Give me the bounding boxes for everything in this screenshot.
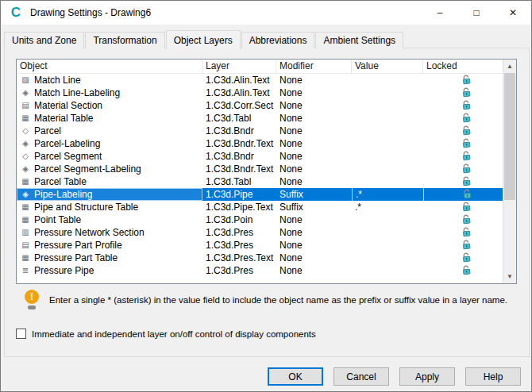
lock-icon[interactable] [461, 252, 472, 263]
object-cell[interactable]: ▦Material Table [17, 112, 202, 125]
column-header-value[interactable]: Value [352, 60, 423, 73]
apply-button[interactable]: Apply [399, 367, 455, 386]
locked-cell[interactable] [423, 74, 503, 86]
modifier-cell[interactable]: None [276, 175, 352, 188]
table-row[interactable]: ▤Material Section1.C3d.Corr.SectNone [17, 99, 503, 112]
locked-cell[interactable] [423, 239, 503, 252]
modifier-cell[interactable]: None [276, 239, 352, 252]
layer-cell[interactable]: 1.C3d.Alin.Text [202, 74, 276, 86]
modifier-cell[interactable]: None [276, 137, 352, 150]
scroll-down-icon[interactable]: ▼ [503, 270, 516, 283]
lock-icon[interactable] [461, 150, 472, 161]
layer-cell[interactable]: 1.C3d.Pipe [202, 188, 276, 201]
value-cell[interactable] [352, 112, 423, 125]
layer-cell[interactable]: 1.C3d.Alin.Text [202, 86, 276, 99]
object-cell[interactable]: ◇Parcel Segment [17, 150, 202, 163]
lock-icon[interactable] [461, 112, 472, 123]
object-cell[interactable]: ≣Pressure Pipe [17, 264, 202, 277]
column-header-locked[interactable]: Locked [423, 60, 503, 73]
lock-icon[interactable] [461, 239, 472, 250]
lock-icon[interactable] [461, 188, 472, 199]
object-cell[interactable]: ▤Material Section [17, 99, 202, 112]
layer-cell[interactable]: 1.C3d.Tabl [202, 175, 276, 188]
lock-icon[interactable] [461, 99, 472, 110]
table-row[interactable]: ◇Parcel1.C3d.BndrNone [17, 125, 503, 137]
lock-icon[interactable] [461, 125, 472, 136]
value-cell[interactable] [352, 125, 423, 137]
table-row[interactable]: ◇Parcel Segment1.C3d.BndrNone [17, 150, 503, 163]
close-button[interactable]: ✕ [495, 1, 531, 25]
layer-cell[interactable]: 1.C3d.Pres [202, 264, 276, 277]
locked-cell[interactable] [423, 201, 503, 213]
locked-cell[interactable] [423, 226, 503, 239]
layer-cell[interactable]: 1.C3d.Corr.Sect [202, 99, 276, 112]
locked-cell[interactable] [423, 150, 503, 163]
layer-cell[interactable]: 1.C3d.Bndr [202, 150, 276, 163]
tab-transformation[interactable]: Transformation [85, 32, 164, 48]
independent-layer-checkbox[interactable] [16, 329, 26, 339]
object-cell[interactable]: ▨Match Line [17, 74, 202, 86]
value-cell[interactable] [352, 264, 423, 277]
layer-cell[interactable]: 1.C3d.Pres.Text [202, 252, 276, 264]
value-cell[interactable] [352, 239, 423, 252]
value-cell[interactable] [352, 74, 423, 86]
layer-cell[interactable]: 1.C3d.Pres [202, 226, 276, 239]
modifier-cell[interactable]: Suffix [276, 201, 352, 213]
modifier-cell[interactable]: None [276, 74, 352, 86]
layer-cell[interactable]: 1.C3d.Bndr.Text [202, 137, 276, 150]
modifier-cell[interactable]: None [276, 125, 352, 137]
cancel-button[interactable]: Cancel [333, 367, 389, 386]
value-cell[interactable] [352, 163, 423, 175]
table-row[interactable]: ≣Pressure Pipe1.C3d.PresNone [17, 264, 503, 277]
value-cell[interactable]: .* [352, 188, 423, 201]
object-cell[interactable]: ◈Match Line-Labeling [17, 86, 202, 99]
modifier-cell[interactable]: None [276, 252, 352, 264]
table-row[interactable]: ◈Parcel Segment-Labeling1.C3d.Bndr.TextN… [17, 163, 503, 175]
locked-cell[interactable] [423, 163, 503, 175]
modifier-cell[interactable]: None [276, 264, 352, 277]
object-cell[interactable]: ▥Pressure Network Section [17, 226, 202, 239]
locked-cell[interactable] [423, 188, 503, 201]
value-cell[interactable] [352, 99, 423, 112]
table-row[interactable]: ▦Point Table1.C3d.PoinNone [17, 213, 503, 226]
scrollbar-thumb[interactable] [504, 73, 515, 200]
table-row[interactable]: ▦Parcel Table1.C3d.TablNone [17, 175, 503, 188]
locked-cell[interactable] [423, 252, 503, 264]
table-row[interactable]: ▦Pipe and Structure Table1.C3d.Pipe.Text… [17, 201, 503, 213]
object-cell[interactable]: ▦Pipe and Structure Table [17, 201, 202, 213]
object-cell[interactable]: ▦Parcel Table [17, 175, 202, 188]
layer-cell[interactable]: 1.C3d.Poin [202, 213, 276, 226]
lock-icon[interactable] [461, 163, 472, 174]
lock-icon[interactable] [461, 264, 472, 275]
locked-cell[interactable] [423, 125, 503, 137]
lock-icon[interactable] [461, 137, 472, 148]
object-cell[interactable]: ◇Parcel [17, 125, 202, 137]
modifier-cell[interactable]: None [276, 163, 352, 175]
value-cell[interactable] [352, 86, 423, 99]
value-cell[interactable] [352, 150, 423, 163]
object-cell[interactable]: ▦Point Table [17, 213, 202, 226]
tab-ambient-settings[interactable]: Ambient Settings [315, 32, 403, 48]
help-button[interactable]: Help [465, 367, 521, 386]
layer-cell[interactable]: 1.C3d.Tabl [202, 112, 276, 125]
object-cell[interactable]: ◈Pipe-Labeling [17, 188, 202, 201]
layer-cell[interactable]: 1.C3d.Bndr.Text [202, 163, 276, 175]
locked-cell[interactable] [423, 213, 503, 226]
modifier-cell[interactable]: None [276, 99, 352, 112]
locked-cell[interactable] [423, 264, 503, 277]
column-header-object[interactable]: Object [17, 60, 202, 73]
table-row[interactable]: ▦Pressure Part Table1.C3d.Pres.TextNone [17, 252, 503, 264]
minimize-button[interactable]: – [422, 1, 458, 25]
vertical-scrollbar[interactable]: ▲ ▼ [503, 60, 516, 283]
maximize-button[interactable]: □ [458, 1, 495, 25]
object-cell[interactable]: ▤Pressure Part Profile [17, 239, 202, 252]
table-row[interactable]: ◈Match Line-Labeling1.C3d.Alin.TextNone [17, 86, 503, 99]
lock-icon[interactable] [461, 86, 472, 98]
lock-icon[interactable] [461, 226, 472, 237]
layer-cell[interactable]: 1.C3d.Pipe.Text [202, 201, 276, 213]
object-cell[interactable]: ◈Parcel-Labeling [17, 137, 202, 150]
modifier-cell[interactable]: Suffix [276, 188, 352, 201]
value-cell[interactable] [352, 252, 423, 264]
layer-cell[interactable]: 1.C3d.Pres [202, 239, 276, 252]
table-row[interactable]: ▦Material Table1.C3d.TablNone [17, 112, 503, 125]
